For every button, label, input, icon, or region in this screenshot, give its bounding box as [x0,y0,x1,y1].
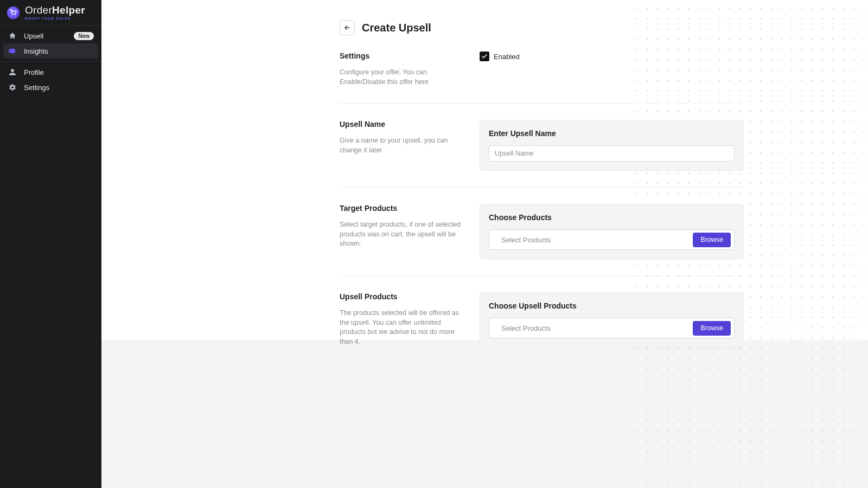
sidebar-item-label: Insights [24,47,94,55]
brand-logo-icon [7,7,20,19]
section-upsell-products: Upsell Products The products selected wi… [340,275,744,348]
section-target-products: Target Products Select target products, … [340,187,744,259]
select-placeholder: Select Products [501,236,551,244]
browse-target-products-button[interactable]: Browse [693,233,731,247]
user-icon [8,67,17,77]
page-title: Create Upsell [362,22,431,34]
browse-upsell-products-button[interactable]: Browse [693,321,731,336]
section-title: Target Products [340,204,469,213]
card-title: Enter Upsell Name [489,129,735,138]
sidebar-item-upsell[interactable]: Upsell New [3,28,98,43]
card-title: Choose Upsell Products [489,301,735,310]
brand-logo: OrderHelper BOOST YOUR SALES [0,0,101,25]
upsell-name-card: Enter Upsell Name [480,120,744,171]
card-title: Choose Products [489,213,735,222]
target-products-card: Choose Products Select Products Browse [480,204,744,259]
gear-icon [8,82,17,92]
sidebar-item-profile[interactable]: Profile [3,65,98,80]
svg-point-0 [12,15,13,16]
back-button[interactable] [340,20,355,35]
main-content: Create Upsell Settings Configure your of… [101,0,868,488]
sidebar-item-settings[interactable]: Settings [3,80,98,95]
upsell-products-select[interactable]: Select Products Browse [489,318,735,338]
sidebar-item-label: Settings [24,84,94,92]
svg-point-1 [15,15,16,16]
section-description: Configure your offer. You can Enable/Dis… [340,68,469,87]
enabled-checkbox[interactable] [480,52,489,61]
sidebar-item-label: Profile [24,68,94,76]
brand-name: OrderHelper [25,5,85,15]
section-title: Upsell Products [340,292,469,301]
section-description: Give a name to your upsell. you can chan… [340,136,469,155]
tag-icon [8,46,17,56]
section-description: Select target products, if one of select… [340,220,469,249]
page-header: Create Upsell [340,20,744,35]
sidebar: OrderHelper BOOST YOUR SALES Upsell New … [0,0,101,488]
sidebar-badge-new: New [74,32,94,40]
section-settings: Settings Configure your offer. You can E… [340,35,744,87]
brand-tagline: BOOST YOUR SALES [25,17,85,20]
sidebar-item-insights[interactable]: Insights [3,43,98,59]
bottom-band [101,340,868,488]
check-icon [481,53,488,60]
section-upsell-name: Upsell Name Give a name to your upsell. … [340,103,744,171]
home-icon [8,31,17,41]
section-description: The products selected will be offered as… [340,309,469,346]
select-placeholder: Select Products [501,324,551,332]
upsell-name-input[interactable] [489,145,735,162]
nav-group-2: Profile Settings [0,62,101,98]
target-products-select[interactable]: Select Products Browse [489,229,735,250]
section-title: Upsell Name [340,120,469,129]
upsell-products-card: Choose Upsell Products Select Products B… [480,292,744,348]
sidebar-item-label: Upsell [24,32,74,40]
enabled-checkbox-label: Enabled [494,53,520,61]
arrow-left-icon [343,24,351,31]
section-title: Settings [340,52,469,60]
nav-group-1: Upsell New Insights [0,25,101,62]
